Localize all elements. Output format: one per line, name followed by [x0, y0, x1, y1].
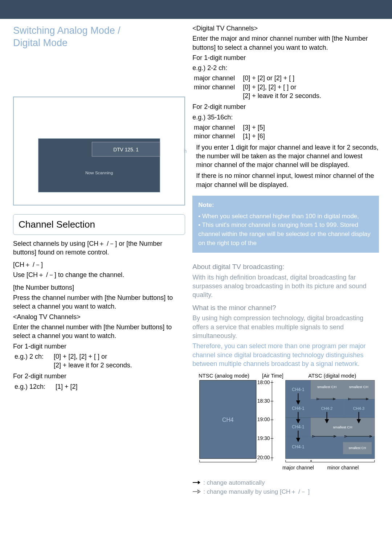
about-body: With its high definition broadcast, digi… [192, 273, 379, 300]
min-1a: CH4-2 [321, 406, 332, 411]
time-3: 19:30 [257, 435, 270, 441]
dtv-note1: If you enter 1 digit for major channel a… [196, 143, 379, 170]
dtv-1d-minor-val1: [0] + [2], [2] + [ ] or [241, 83, 323, 91]
minor-body2: Therefore, you can select more than one … [192, 342, 379, 368]
tv-svg: DTV 125. 1 Now Scanning [14, 97, 184, 205]
legend-auto-text: : change automatically [203, 479, 265, 487]
left-column: Switching Analog Mode / Digital Mode h D… [13, 23, 185, 497]
legend-manual: : change manually by using [CH＋ /－ ] [192, 488, 379, 496]
dtv-2d-major-label: major channel [192, 123, 236, 132]
numbtn-head: [the Number buttons] [13, 283, 185, 292]
maj-2: CH4-1 [292, 424, 305, 429]
chpm-head: [CH＋ /－] [13, 260, 185, 269]
maj-1: CH4-1 [292, 406, 305, 411]
min-0b: smallest CH [349, 385, 368, 389]
minor-axis-label: minor channel [327, 465, 359, 471]
dtv-note2: If there is no minor channel input, lowe… [196, 171, 379, 189]
osd-status: Now Scanning [85, 170, 113, 175]
legend-auto: : change automatically [192, 479, 379, 487]
analog-2d-table: e.g.) 12ch: [1] + [2] [13, 382, 79, 391]
analog-1d-head: For 1-digit number [13, 342, 185, 351]
dtv-1d-major-label: major channel [192, 74, 236, 82]
dtv-2d-minor-val: [1] + [6] [241, 132, 266, 140]
dtv-1d-minor-val2: [2] + leave it for 2 seconds. [241, 91, 323, 100]
analog-body: Enter the channel number with [the Numbe… [13, 323, 185, 341]
right-column: <Digital TV Channels> Enter the major an… [192, 23, 379, 497]
ch4-label: CH4 [222, 417, 234, 423]
dtv-1d-table: major channel [0] + [2] or [2] + [ ] min… [192, 74, 323, 100]
time-1: 18:30 [257, 398, 270, 404]
ntsc-label: NTSC (analog mode) [199, 373, 249, 379]
analog-head: <Analog TV Channels> [13, 313, 185, 321]
minor-head: What is the minor channel? [192, 303, 379, 313]
outline-arrow-icon [192, 488, 200, 496]
chpm-body: Use [CH＋ /－] to change the channel. [13, 270, 185, 279]
dtv-2d-table: major channel [3] + [5] minor channel [1… [192, 123, 266, 141]
air-time-label: [Air Time] [262, 373, 283, 379]
legend-manual-text: : change manually by using [CH＋ /－ ] [203, 488, 310, 496]
dtv-2d-minor-label: minor channel [192, 132, 236, 140]
time-0: 18:00 [257, 379, 270, 385]
dtv-2d-eg: e.g.) 35-16ch: [192, 113, 379, 122]
analog-2d-eg-label: e.g.) 12ch: [13, 382, 47, 391]
note-label: Note: [198, 201, 373, 210]
faint-edge-text: h [184, 147, 187, 154]
numbtn-body: Press the channel number with [the Numbe… [13, 293, 185, 311]
atsc-label: ATSC (digital mode) [308, 373, 356, 379]
mode-line2: Digital Mode [13, 37, 68, 48]
min-0a: smallest CH [317, 385, 336, 389]
osd-channel: DTV 125. 1 [113, 146, 139, 152]
top-banner [0, 0, 392, 19]
minor-body1: By using high compression technology, di… [192, 314, 379, 340]
svg-rect-21 [311, 380, 343, 399]
dtv-head: <Digital TV Channels> [192, 24, 379, 33]
dtv-1d-eg: e.g.) 2-2 ch: [192, 64, 379, 72]
note-line1: • When you select channel higher than 10… [198, 212, 373, 221]
dtv-1d-major-val: [0] + [2] or [2] + [ ] [241, 74, 323, 82]
analog-1d-table: e.g.) 2 ch: [0] + [2], [2] + [ ] or [2] … [13, 352, 134, 370]
min-1b: CH4-3 [353, 406, 364, 411]
dtv-intro: Enter the major and minor channel number… [192, 34, 379, 52]
svg-rect-22 [343, 380, 375, 399]
analog-1d-eg-line2: [2] + leave it for 2 seconds. [52, 361, 134, 370]
chart-svg: NTSC (analog mode) [Air Time] ATSC (digi… [192, 372, 379, 476]
note-line2: • This unit's minor channel is ranging f… [198, 221, 373, 248]
mode-line1: Switching Analog Mode / [13, 25, 121, 36]
tv-illustration: h DTV 125. 1 Now Scanning [13, 97, 185, 205]
section-channel-selection: Channel Selection [13, 214, 185, 235]
analog-1d-eg-label: e.g.) 2 ch: [13, 352, 45, 361]
time-4: 20:00 [257, 455, 270, 460]
min-2: smallest CH [333, 425, 352, 429]
analog-2d-eg-line1: [1] + [2] [54, 382, 79, 391]
chart-legend: : change automatically : change manually… [192, 479, 379, 496]
time-2: 19:00 [257, 417, 270, 423]
dtv-1d-head: For 1-digit number [192, 53, 379, 62]
dtv-2d-head: For 2-digit number [192, 102, 379, 111]
about-head: About digital TV broadcasting: [192, 262, 379, 272]
mode-switch-heading: Switching Analog Mode / Digital Mode [13, 25, 185, 49]
analog-1d-eg-line1: [0] + [2], [2] + [ ] or [52, 352, 134, 361]
content-columns: Switching Analog Mode / Digital Mode h D… [0, 19, 392, 508]
min-3: smallest CH [349, 447, 366, 450]
intro-text: Select channels by using [CH＋ /－] or [th… [13, 239, 185, 257]
major-axis-label: major channel [282, 465, 314, 471]
channel-timeline-chart: NTSC (analog mode) [Air Time] ATSC (digi… [192, 372, 379, 476]
solid-arrow-icon [192, 479, 200, 487]
maj-0: CH4-1 [292, 387, 305, 392]
dtv-2d-major-val: [3] + [5] [241, 123, 266, 132]
note-box: Note: • When you select channel higher t… [192, 196, 379, 253]
dtv-1d-minor-label: minor channel [192, 83, 236, 91]
maj-3: CH4-1 [292, 445, 305, 450]
analog-2d-head: For 2-digit number [13, 372, 185, 380]
